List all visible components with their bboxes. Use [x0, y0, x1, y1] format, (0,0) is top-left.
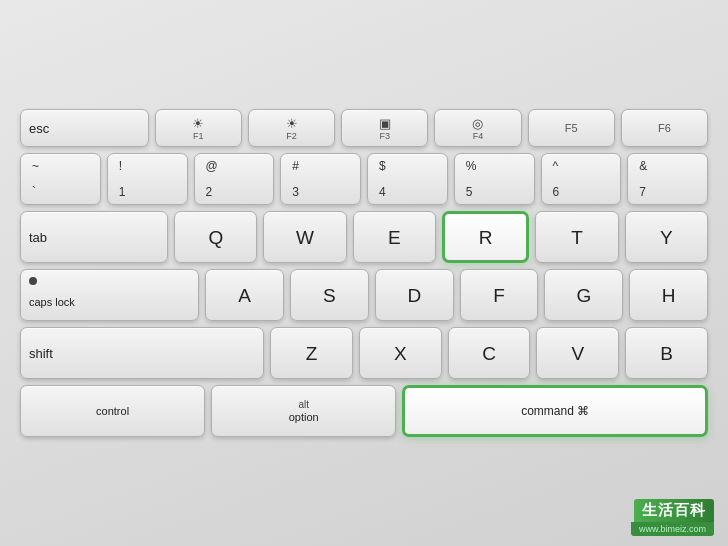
tilde-top: ~: [32, 159, 39, 173]
key-f4[interactable]: ◎ F4: [434, 109, 521, 147]
v-label: V: [571, 344, 584, 363]
asdf-row: caps lock A S D F G H: [20, 269, 708, 321]
key-3[interactable]: # 3: [280, 153, 361, 205]
key-tab[interactable]: tab: [20, 211, 168, 263]
key-7[interactable]: & 7: [627, 153, 708, 205]
b-label: B: [660, 344, 673, 363]
key-4[interactable]: $ 4: [367, 153, 448, 205]
key-5[interactable]: % 5: [454, 153, 535, 205]
key-4-top: $: [379, 159, 386, 173]
keyboard-background: esc ☀ F1 ☀ F2 ▣ F3 ◎ F4 F5 F6: [0, 0, 728, 546]
f2-icon: ☀: [286, 116, 298, 131]
q-label: Q: [208, 228, 223, 247]
w-label: W: [296, 228, 314, 247]
h-label: H: [662, 286, 676, 305]
key-control[interactable]: control: [20, 385, 205, 437]
key-capslock[interactable]: caps lock: [20, 269, 199, 321]
key-2-bottom: 2: [206, 185, 213, 199]
f5-label: F5: [565, 122, 578, 134]
c-label: C: [482, 344, 496, 363]
f-label: F: [493, 286, 505, 305]
key-shift[interactable]: shift: [20, 327, 264, 379]
number-row: ~ ` ! 1 @ 2 # 3 $ 4 % 5: [20, 153, 708, 205]
key-f[interactable]: F: [460, 269, 539, 321]
s-label: S: [323, 286, 336, 305]
y-label: Y: [660, 228, 673, 247]
key-f1[interactable]: ☀ F1: [155, 109, 242, 147]
key-command[interactable]: command ⌘: [402, 385, 708, 437]
f4-icon: ◎: [472, 116, 483, 131]
key-tilde[interactable]: ~ `: [20, 153, 101, 205]
alt-label: alt: [298, 399, 309, 410]
key-1-bottom: 1: [119, 185, 126, 199]
key-x[interactable]: X: [359, 327, 442, 379]
key-r[interactable]: R: [442, 211, 529, 263]
command-label: command ⌘: [521, 405, 589, 417]
key-e[interactable]: E: [353, 211, 436, 263]
key-esc[interactable]: esc: [20, 109, 149, 147]
zxcv-row: shift Z X C V B: [20, 327, 708, 379]
watermark: 生活百科 www.bimeiz.com: [631, 499, 714, 536]
f2-label: F2: [286, 131, 297, 141]
key-h[interactable]: H: [629, 269, 708, 321]
key-6[interactable]: ^ 6: [541, 153, 622, 205]
f3-label: F3: [380, 131, 391, 141]
key-1-top: !: [119, 159, 122, 173]
key-y[interactable]: Y: [625, 211, 708, 263]
key-v[interactable]: V: [536, 327, 619, 379]
esc-label: esc: [29, 122, 49, 135]
control-label: control: [96, 406, 129, 417]
key-s[interactable]: S: [290, 269, 369, 321]
fn-row: esc ☀ F1 ☀ F2 ▣ F3 ◎ F4 F5 F6: [20, 109, 708, 147]
t-label: T: [571, 228, 583, 247]
key-z[interactable]: Z: [270, 327, 353, 379]
tab-label: tab: [29, 231, 47, 244]
key-f3[interactable]: ▣ F3: [341, 109, 428, 147]
d-label: D: [407, 286, 421, 305]
g-label: G: [576, 286, 591, 305]
key-6-bottom: 6: [553, 185, 560, 199]
key-f2[interactable]: ☀ F2: [248, 109, 335, 147]
key-d[interactable]: D: [375, 269, 454, 321]
r-label: R: [479, 228, 493, 247]
key-f5[interactable]: F5: [528, 109, 615, 147]
tilde-bottom: `: [32, 185, 36, 199]
key-option[interactable]: alt option: [211, 385, 396, 437]
capslock-label: caps lock: [29, 297, 75, 308]
key-a[interactable]: A: [205, 269, 284, 321]
key-c[interactable]: C: [448, 327, 531, 379]
key-5-bottom: 5: [466, 185, 473, 199]
option-label-group: alt option: [289, 399, 319, 423]
key-4-bottom: 4: [379, 185, 386, 199]
key-3-top: #: [292, 159, 299, 173]
key-6-top: ^: [553, 159, 559, 173]
bottom-row: control alt option command ⌘: [20, 385, 708, 437]
option-label: option: [289, 411, 319, 423]
key-7-top: &: [639, 159, 647, 173]
qwerty-row: tab Q W E R T Y: [20, 211, 708, 263]
key-7-bottom: 7: [639, 185, 646, 199]
f1-label: F1: [193, 131, 204, 141]
key-t[interactable]: T: [535, 211, 618, 263]
key-2[interactable]: @ 2: [194, 153, 275, 205]
watermark-bottom: www.bimeiz.com: [631, 522, 714, 536]
key-g[interactable]: G: [544, 269, 623, 321]
f3-icon: ▣: [379, 116, 391, 131]
f4-label: F4: [473, 131, 484, 141]
x-label: X: [394, 344, 407, 363]
a-label: A: [238, 286, 251, 305]
key-2-top: @: [206, 159, 218, 173]
key-q[interactable]: Q: [174, 211, 257, 263]
f6-label: F6: [658, 122, 671, 134]
f1-icon: ☀: [192, 116, 204, 131]
watermark-top: 生活百科: [634, 499, 714, 522]
key-1[interactable]: ! 1: [107, 153, 188, 205]
e-label: E: [388, 228, 401, 247]
z-label: Z: [306, 344, 318, 363]
keyboard: esc ☀ F1 ☀ F2 ▣ F3 ◎ F4 F5 F6: [10, 109, 718, 437]
key-f6[interactable]: F6: [621, 109, 708, 147]
key-b[interactable]: B: [625, 327, 708, 379]
key-3-bottom: 3: [292, 185, 299, 199]
key-5-top: %: [466, 159, 477, 173]
key-w[interactable]: W: [263, 211, 346, 263]
